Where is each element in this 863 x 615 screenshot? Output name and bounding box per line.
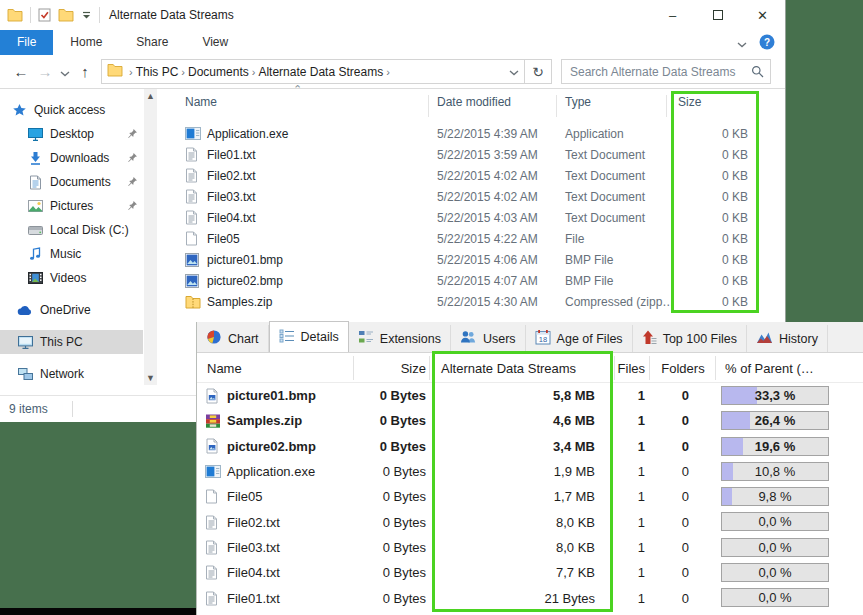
treesize-column-header-name[interactable]: Name	[207, 353, 242, 383]
file-name: Application.exe	[207, 123, 288, 144]
treesize-column-header-of-parent[interactable]: % of Parent (…	[725, 353, 814, 383]
percent-of-parent-cell: 0,0 %	[721, 512, 829, 531]
search-input[interactable]	[562, 60, 770, 83]
sidebar-item-this-pc[interactable]: This PC	[0, 330, 143, 354]
address-dropdown-chevron-icon[interactable]	[509, 65, 519, 79]
treesize-column-header-alternate-data-streams[interactable]: Alternate Data Streams	[441, 353, 576, 383]
file-row-picture02-bmp[interactable]: picture02.bmp5/22/2015 4:07 AMBMP File0 …	[160, 270, 785, 291]
sidebar-item-onedrive[interactable]: OneDrive	[0, 298, 143, 322]
sidebar-item-network[interactable]: Network	[0, 362, 143, 386]
breadcrumb-segment-documents[interactable]: Documents	[188, 65, 249, 79]
ribbon-tab-share[interactable]: Share	[119, 30, 185, 55]
help-icon[interactable]: ?	[759, 34, 775, 53]
properties-check-icon[interactable]	[38, 8, 51, 22]
breadcrumb-segment-this-pc[interactable]: This PC	[136, 65, 179, 79]
sidebar-scrollbar[interactable]: ▲ ▼	[144, 89, 157, 385]
treesize-tab-extensions[interactable]: Extensions	[349, 325, 451, 352]
sidebar-item-local-disk-c[interactable]: Local Disk (C:)	[0, 218, 143, 242]
file-row-file01-txt[interactable]: File01.txt5/22/2015 3:59 AMText Document…	[160, 144, 785, 165]
treesize-tab-top-100-files[interactable]: Top 100 Files	[633, 325, 747, 352]
breadcrumb[interactable]: ›This PC›Documents›Alternate Data Stream…	[101, 59, 525, 84]
treesize-column-header-folders[interactable]: Folders	[653, 353, 713, 383]
column-header-size[interactable]: Size	[678, 95, 701, 109]
sidebar-item-documents[interactable]: Documents	[0, 170, 143, 194]
percent-label: 19,6 %	[722, 438, 828, 455]
file-date-modified: 5/22/2015 4:07 AM	[437, 270, 538, 291]
sidebar-item-pictures[interactable]: Pictures	[0, 194, 143, 218]
ribbon-tab-file[interactable]: File	[0, 30, 53, 55]
sidebar-item-videos[interactable]: Videos	[0, 266, 143, 290]
recent-locations-chevron-icon[interactable]	[57, 63, 73, 80]
treesize-file-name: File01.txt	[227, 585, 280, 610]
ribbon-tab-view[interactable]: View	[185, 30, 245, 55]
treesize-row-file03-txt[interactable]: File03.txt0 Bytes8,0 KB100,0 %	[197, 535, 863, 560]
file-row-picture01-bmp[interactable]: picture01.bmp5/22/2015 4:06 AMBMP File0 …	[160, 249, 785, 270]
svg-text:18: 18	[538, 335, 546, 344]
sidebar-item-label: This PC	[40, 335, 83, 349]
forward-button[interactable]: →	[33, 63, 57, 80]
maximize-button[interactable]	[695, 0, 740, 30]
treesize-tab-history[interactable]: History	[747, 325, 828, 352]
file-name: File04.txt	[207, 207, 256, 228]
sidebar-item-downloads[interactable]: Downloads	[0, 146, 143, 170]
sidebar-item-desktop[interactable]: Desktop	[0, 122, 143, 146]
file-row-file03-txt[interactable]: File03.txt5/22/2015 4:02 AMText Document…	[160, 186, 785, 207]
sidebar-item-quick-access[interactable]: Quick access	[0, 98, 143, 122]
treesize-tab-details[interactable]: Details	[269, 321, 349, 352]
treesize-tab-users[interactable]: Users	[451, 325, 526, 352]
treesize-column-header-size[interactable]: Size	[337, 353, 426, 383]
search-icon	[751, 65, 764, 81]
treesize-row-file04-txt[interactable]: File04.txt0 Bytes7,7 KB100,0 %	[197, 560, 863, 585]
file-row-samples-zip[interactable]: Samples.zip5/22/2015 4:30 AMCompressed (…	[160, 291, 785, 312]
minimize-button[interactable]: –	[650, 0, 695, 30]
percent-of-parent-cell: 19,6 %	[721, 437, 829, 456]
column-header-name[interactable]: Name	[185, 95, 217, 109]
treesize-ads-size: 5,8 MB	[437, 383, 595, 408]
expand-ribbon-chevron-icon[interactable]	[737, 37, 747, 51]
scroll-up-icon[interactable]: ▲	[144, 89, 157, 103]
treesize-file-name: File03.txt	[227, 535, 280, 560]
new-folder-icon[interactable]	[58, 8, 74, 22]
file-row-application-exe[interactable]: Application.exe5/22/2015 4:39 AMApplicat…	[160, 123, 785, 144]
treesize-row-application-exe[interactable]: Application.exe0 Bytes1,9 MB1010,8 %	[197, 459, 863, 484]
file-row-file04-txt[interactable]: File04.txt5/22/2015 4:03 AMText Document…	[160, 207, 785, 228]
qat-customize-chevron-icon[interactable]	[81, 11, 92, 20]
column-header-date-modified[interactable]: Date modified	[437, 95, 511, 109]
window-controls: – ✕	[650, 0, 785, 30]
treesize-tab-chart[interactable]: Chart	[197, 325, 269, 352]
sidebar-item-music[interactable]: Music	[0, 242, 143, 266]
treesize-row-picture02-bmp[interactable]: picture02.bmp0 Bytes3,4 MB1019,6 %	[197, 434, 863, 459]
close-button[interactable]: ✕	[740, 0, 785, 30]
up-button[interactable]: ↑	[73, 63, 97, 80]
breadcrumb-segment-alternate-data-streams[interactable]: Alternate Data Streams	[258, 65, 383, 79]
txt-file-icon	[185, 207, 201, 228]
file-date-modified: 5/22/2015 4:30 AM	[437, 291, 538, 312]
treesize-file-size: 0 Bytes	[337, 459, 426, 484]
percent-label: 0,0 %	[722, 589, 828, 606]
treesize-ads-size: 8,0 KB	[437, 509, 595, 534]
refresh-button[interactable]: ↻	[525, 59, 552, 84]
txt-file-icon	[205, 535, 222, 560]
file-type: Text Document	[565, 144, 645, 165]
column-header-type[interactable]: Type	[565, 95, 591, 109]
treesize-row-picture01-bmp[interactable]: picture01.bmp0 Bytes5,8 MB1033,3 %	[197, 383, 863, 408]
ribbon-tab-home[interactable]: Home	[53, 30, 119, 55]
treesize-row-file01-txt[interactable]: File01.txt0 Bytes21 Bytes100,0 %	[197, 585, 863, 610]
treesize-row-file02-txt[interactable]: File02.txt0 Bytes8,0 KB100,0 %	[197, 509, 863, 534]
status-divider	[72, 401, 73, 417]
music-note-icon	[27, 247, 43, 261]
treesize-file-size: 0 Bytes	[337, 509, 426, 534]
treesize-file-size: 0 Bytes	[337, 383, 426, 408]
file-date-modified: 5/22/2015 4:02 AM	[437, 165, 538, 186]
file-row-file02-txt[interactable]: File02.txt5/22/2015 4:02 AMText Document…	[160, 165, 785, 186]
treesize-folders-count: 0	[653, 509, 689, 534]
treesize-column-header-files[interactable]: Files	[601, 353, 645, 383]
treesize-row-samples-zip[interactable]: Samples.zip0 Bytes4,6 MB1026,4 %	[197, 408, 863, 433]
treesize-tab-age-of-files[interactable]: 18Age of Files	[526, 325, 633, 352]
back-button[interactable]: ←	[9, 63, 33, 80]
file-size: 0 KB	[666, 165, 748, 186]
file-row-file05[interactable]: File055/22/2015 4:22 AMFile0 KB	[160, 228, 785, 249]
treesize-row-file05[interactable]: File050 Bytes1,7 MB109,8 %	[197, 484, 863, 509]
treesize-folders-count: 0	[653, 383, 689, 408]
scroll-down-icon[interactable]: ▼	[144, 371, 157, 385]
